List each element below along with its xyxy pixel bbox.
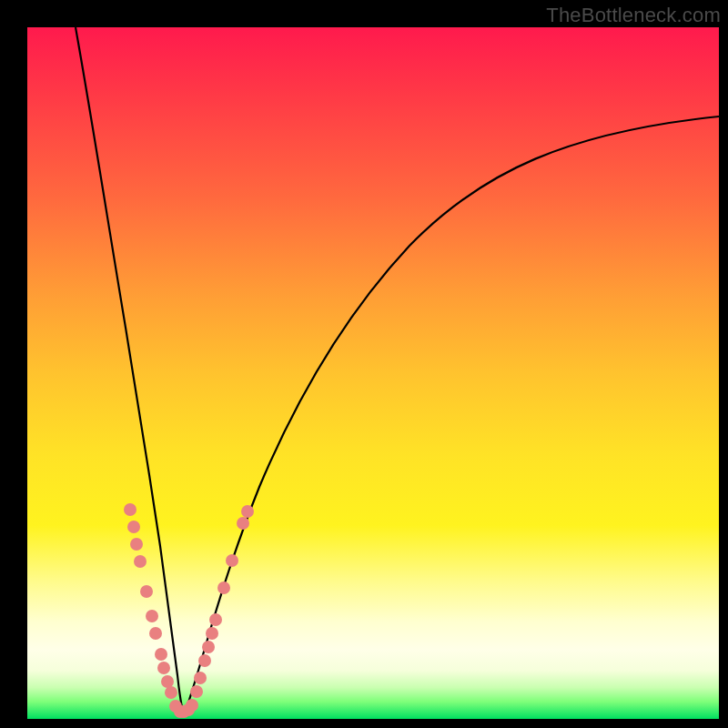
svg-point-17 [194,672,207,684]
svg-point-7 [155,648,167,661]
svg-point-1 [127,521,140,533]
markers-bottom [169,699,198,718]
svg-point-2 [130,538,143,551]
svg-point-16 [190,685,203,698]
watermark-text: TheBottleneck.com [546,4,721,27]
svg-point-25 [241,505,254,518]
svg-point-22 [217,581,230,594]
svg-point-10 [165,686,177,699]
svg-point-23 [226,554,238,567]
plot-area [27,27,719,719]
svg-point-19 [202,641,215,653]
svg-point-4 [140,585,153,598]
chart-frame: TheBottleneck.com [0,0,728,728]
svg-point-5 [146,610,158,622]
svg-point-6 [149,627,162,640]
svg-point-21 [209,613,222,626]
svg-point-3 [134,555,147,568]
svg-point-24 [237,517,249,530]
svg-point-15 [186,699,198,712]
svg-point-8 [157,662,170,674]
svg-point-20 [206,627,218,640]
bottleneck-curve-right [184,116,719,716]
svg-point-18 [198,654,211,667]
bottleneck-curve-left [76,27,184,716]
svg-point-0 [124,503,136,516]
markers-left [124,503,177,699]
curves-svg [27,27,719,719]
svg-point-9 [161,675,174,688]
